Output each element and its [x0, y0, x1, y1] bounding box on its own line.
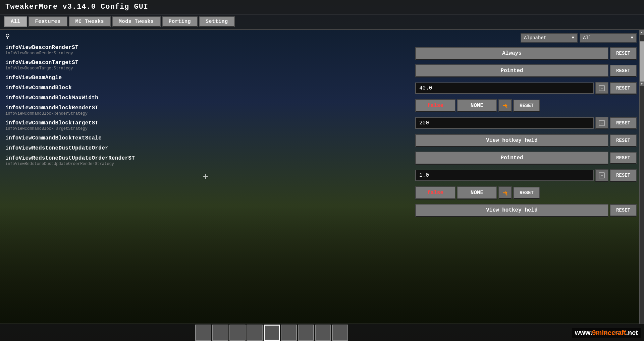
reset-button-7[interactable]: RESET	[610, 152, 637, 164]
hotbar-slot-7	[298, 325, 314, 341]
tab-all[interactable]: All	[4, 16, 27, 27]
list-item: infoViewRedstoneDustUpdateOrderRenderST …	[5, 153, 406, 168]
value-always-button[interactable]: Always	[415, 47, 608, 60]
content-area: ⚲ infoViewBeaconRenderST infoViewBeaconR…	[0, 30, 644, 324]
item-name: infoViewRedstoneDustUpdateOrderRenderST	[5, 155, 406, 161]
hotbar-slot-1	[195, 325, 211, 341]
search-icon: ⚲	[5, 33, 10, 40]
crosshair: +	[203, 172, 209, 182]
scrollbar-up-button[interactable]: ▲	[640, 30, 644, 35]
list-item: infoViewCommandBlock	[5, 83, 406, 93]
filter-arrow-icon: ▼	[631, 36, 633, 40]
tab-mods-tweaks[interactable]: Mods Tweaks	[112, 16, 161, 27]
hotbar-slot-4	[247, 325, 263, 341]
list-item: infoViewCommandBlockTargetST infoViewCom…	[5, 118, 406, 133]
reset-button-8[interactable]: RESET	[610, 169, 637, 182]
config-row-9: false NONE RESET	[413, 184, 639, 202]
config-row-5: RESET	[413, 114, 639, 132]
left-panel: ⚲ infoViewBeaconRenderST infoViewBeaconR…	[0, 30, 411, 324]
list-item: infoViewCommandBlockMaxWidth	[5, 93, 406, 103]
tab-porting[interactable]: Porting	[162, 16, 198, 27]
reset-button-10[interactable]: RESET	[610, 204, 637, 217]
sort-dropdown[interactable]: Alphabet ▼	[521, 33, 578, 43]
expand-icon-button-2[interactable]	[595, 117, 608, 129]
scrollbar-thumb[interactable]	[640, 41, 644, 81]
false-button-2[interactable]: false	[415, 186, 455, 200]
reset-button-9[interactable]: RESET	[513, 187, 540, 199]
sort-filter-bar: Alphabet ▼ All ▼	[413, 31, 639, 45]
item-desc: infoViewRedstoneDustUpdateOrderRenderStr…	[5, 162, 406, 166]
hotbar-slot-5	[264, 325, 280, 341]
reset-button-5[interactable]: RESET	[610, 117, 637, 129]
item-name: infoViewCommandBlockRenderST	[5, 105, 406, 111]
value-pointed-button-1[interactable]: Pointed	[415, 64, 608, 77]
arrow-icon-button-1[interactable]	[498, 99, 512, 112]
tab-features[interactable]: Features	[29, 16, 67, 27]
item-name: infoViewCommandBlock	[5, 85, 406, 91]
hotbar-slot-8	[315, 325, 331, 341]
expand-icon-button-3[interactable]	[595, 169, 608, 182]
title-bar: TweakerMore v3.14.0 Config GUI	[0, 0, 644, 14]
item-name: infoViewBeaconTargetST	[5, 60, 406, 66]
item-name: infoViewCommandBlockMaxWidth	[5, 95, 406, 101]
watermark-prefix: www.	[575, 329, 592, 336]
false-button-1[interactable]: false	[415, 99, 455, 112]
none-button-2[interactable]: NONE	[457, 186, 497, 200]
arrow-icon-button-2[interactable]	[498, 186, 512, 199]
value-pointed-button-2[interactable]: Pointed	[415, 152, 608, 165]
sort-arrow-icon: ▼	[572, 36, 574, 40]
config-row-8: RESET	[413, 167, 639, 184]
reset-button-3[interactable]: RESET	[610, 82, 637, 95]
reset-button-2[interactable]: RESET	[610, 65, 637, 77]
scrollbar[interactable]: ▲ ▼	[639, 30, 644, 324]
view-hotkey-button-1[interactable]: View hotkey held	[415, 134, 608, 147]
item-desc: infoViewCommandBlockTargetStrategy	[5, 126, 406, 131]
reset-button-4[interactable]: RESET	[513, 100, 540, 112]
item-name: infoViewRedstoneDustUpdateOrder	[5, 145, 406, 151]
beam-angle-input[interactable]	[415, 82, 594, 94]
tab-mc-tweaks[interactable]: MC Tweaks	[69, 16, 111, 27]
app-title: TweakerMore v3.14.0 Config GUI	[5, 3, 639, 11]
text-scale-input[interactable]	[415, 170, 594, 181]
list-item: infoViewCommandBlockTextScale	[5, 133, 406, 143]
hotbar-slot-6	[281, 325, 297, 341]
view-hotkey-button-2[interactable]: View hotkey held	[415, 204, 608, 217]
config-row-1: Always RESET	[413, 45, 639, 62]
bottom-bar: Total: 49, Availa...	[0, 324, 644, 341]
config-row-3: RESET	[413, 79, 639, 97]
reset-button-6[interactable]: RESET	[610, 134, 637, 147]
scrollbar-down-button[interactable]: ▼	[640, 81, 644, 86]
watermark-suffix: .net	[626, 329, 638, 336]
filter-label: All	[583, 35, 591, 41]
reset-button-1[interactable]: RESET	[610, 47, 637, 60]
sort-label: Alphabet	[524, 35, 546, 41]
search-input[interactable]	[12, 34, 79, 39]
list-item: infoViewBeaconRenderST infoViewBeaconRen…	[5, 43, 406, 58]
none-button-1[interactable]: NONE	[457, 99, 497, 112]
item-name: infoViewBeaconRenderST	[5, 45, 406, 51]
hotbar-slot-3	[229, 325, 246, 341]
item-name: infoViewCommandBlockTargetST	[5, 120, 406, 126]
item-name: infoViewBeamAngle	[5, 75, 406, 81]
config-row-10: View hotkey held RESET	[413, 202, 639, 219]
config-row-2: Pointed RESET	[413, 62, 639, 79]
list-item: infoViewRedstoneDustUpdateOrder	[5, 143, 406, 153]
search-bar: ⚲	[5, 33, 406, 40]
item-desc: infoViewBeaconRenderStrategy	[5, 51, 406, 56]
item-desc: infoViewCommandBlockRenderStrategy	[5, 111, 406, 116]
max-width-input[interactable]	[415, 117, 594, 129]
config-row-7: Pointed RESET	[413, 149, 639, 167]
config-rows: Always RESET Pointed RESET	[413, 45, 639, 322]
hotbar-slot-9	[332, 325, 348, 341]
config-row-4: false NONE RESET	[413, 97, 639, 114]
filter-dropdown[interactable]: All ▼	[580, 33, 637, 43]
hotbar-slot-2	[212, 325, 228, 341]
tab-bar: All Features MC Tweaks Mods Tweaks Porti…	[0, 14, 644, 30]
watermark: www.9minecraft.net	[572, 328, 641, 338]
list-item: infoViewBeamAngle	[5, 73, 406, 83]
list-item: infoViewBeaconTargetST infoViewBeaconTar…	[5, 58, 406, 73]
right-panel: Alphabet ▼ All ▼ Always RESET Pointed	[411, 30, 639, 324]
watermark-brand: 9minecraft	[592, 329, 626, 336]
tab-setting[interactable]: Setting	[199, 16, 235, 27]
expand-icon-button-1[interactable]	[595, 82, 608, 95]
